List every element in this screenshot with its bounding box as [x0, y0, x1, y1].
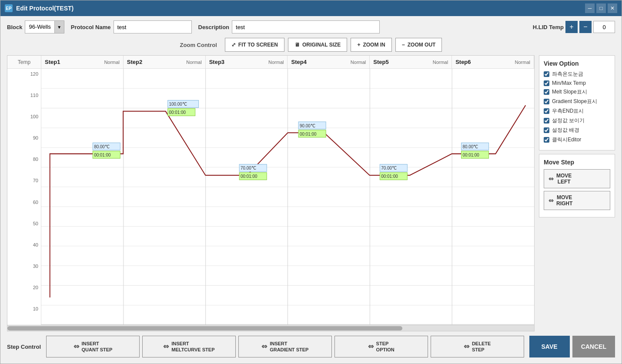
original-size-button[interactable]: 🖥 ORIGINAL SIZE: [288, 38, 347, 52]
hlid-plus-button[interactable]: +: [565, 21, 578, 33]
fit-to-screen-button[interactable]: ⤢ FIT TO SCREEN: [225, 38, 284, 52]
zoom-bar: Zoom Control ⤢ FIT TO SCREEN 🖥 ORIGINAL …: [7, 38, 615, 52]
protocol-name-input[interactable]: [114, 20, 192, 33]
chart-body: 0102030405060708090100110120: [7, 69, 534, 325]
move-step-panel: Move Step ⇔ MOVELEFT ⇔ MOVERIGHT: [539, 154, 615, 217]
view-opt-1: 좌측온도눈금: [544, 70, 610, 78]
step1-header[interactable]: Step1 Normal: [41, 56, 124, 68]
block-dropdown-arrow[interactable]: ▼: [54, 21, 64, 33]
view-opt-2: Min/Max Temp: [544, 80, 610, 86]
zoom-out-button[interactable]: − ZOOM OUT: [395, 38, 442, 52]
insert-quant-text: INSERTQUANT STEP: [82, 341, 113, 353]
view-opt-5-checkbox[interactable]: [544, 108, 549, 114]
minimize-button[interactable]: ─: [585, 3, 595, 13]
view-opt-3: Melt Slope표시: [544, 88, 610, 96]
svg-text:80.00℃: 80.00℃: [94, 144, 109, 149]
y-tick-120: 120: [30, 71, 38, 77]
insert-quant-icon: ⇔: [74, 342, 79, 351]
delete-step-text: DELETESTEP: [472, 341, 491, 353]
cancel-button[interactable]: CANCEL: [572, 336, 615, 357]
step6-name: Step6: [455, 59, 471, 65]
svg-text:00:01:00: 00:01:00: [94, 153, 111, 157]
svg-text:70.00℃: 70.00℃: [381, 166, 396, 170]
zoom-label: Zoom Control: [180, 42, 217, 48]
temp-col-header: Temp: [7, 56, 41, 68]
step-option-icon: ⇔: [368, 342, 374, 351]
protocol-name-label: Protocol Name: [71, 24, 111, 30]
delete-step-icon: ⇔: [464, 342, 469, 351]
step5-header[interactable]: Step5 Normal: [370, 56, 452, 68]
insert-meltcurve-step-button[interactable]: ⇔ INSERTMELTCURVE STEP: [142, 336, 236, 357]
svg-text:00:01:00: 00:01:00: [381, 174, 398, 179]
y-tick-80: 80: [33, 157, 38, 162]
step-headers: Temp Step1 Normal Step2 Normal Step3 Nor…: [7, 56, 534, 69]
right-panel: View Option 좌측온도눈금 Min/Max Temp Melt Slo…: [539, 55, 615, 331]
svg-text:70.00℃: 70.00℃: [241, 166, 256, 170]
y-tick-70: 70: [33, 178, 38, 183]
original-size-icon: 🖥: [294, 42, 300, 48]
zoom-in-icon: +: [357, 42, 360, 48]
view-opt-3-checkbox[interactable]: [544, 89, 549, 95]
step5-name: Step5: [373, 59, 388, 65]
insert-quant-step-button[interactable]: ⇔ INSERTQUANT STEP: [46, 336, 140, 357]
step2-header[interactable]: Step2 Normal: [124, 56, 206, 68]
move-left-button[interactable]: ⇔ MOVELEFT: [544, 169, 610, 188]
step4-name: Step4: [291, 59, 306, 65]
step2-type: Normal: [186, 60, 201, 65]
description-input[interactable]: [232, 20, 380, 33]
y-tick-110: 110: [30, 93, 38, 98]
view-opt-5: 우측END표시: [544, 107, 610, 115]
hlid-value: 0: [593, 21, 615, 33]
view-opt-8-label: 클릭시Editor: [552, 136, 581, 144]
zoom-in-button[interactable]: + ZOOM IN: [351, 38, 391, 52]
delete-step-button[interactable]: ⇔ DELETESTEP: [431, 336, 524, 357]
step5-type: Normal: [433, 60, 448, 65]
move-right-button[interactable]: ⇔ MOVERIGHT: [544, 191, 610, 210]
block-label: Block: [7, 24, 22, 30]
block-select[interactable]: 96-Wells ▼: [25, 20, 64, 33]
title-bar: EP Edit Protocol(TEST) ─ □ ✕: [0, 0, 622, 16]
close-button[interactable]: ✕: [608, 3, 617, 13]
view-opt-7-label: 설정값 배경: [552, 127, 579, 134]
block-value: 96-Wells: [25, 20, 54, 33]
step3-name: Step3: [209, 59, 224, 65]
view-opt-4-checkbox[interactable]: [544, 99, 549, 104]
y-tick-40: 40: [33, 242, 38, 247]
view-opt-6-label: 설정값 보이기: [552, 117, 585, 124]
app-icon: EP: [5, 4, 13, 12]
save-button[interactable]: SAVE: [529, 336, 570, 357]
zoom-out-label: ZOOM OUT: [408, 42, 436, 48]
insert-gradient-icon: ⇔: [261, 342, 267, 351]
view-option-title: View Option: [544, 60, 610, 67]
chart-plot[interactable]: 80.00℃ 00:01:00 100.00℃ 00:01:00 70.00℃: [41, 69, 534, 325]
step3-type: Normal: [268, 60, 284, 65]
svg-text:90.00℃: 90.00℃: [300, 123, 315, 128]
description-label: Description: [198, 24, 230, 30]
chart-scrollbar[interactable]: [7, 325, 534, 331]
step6-header[interactable]: Step6 Normal: [452, 56, 534, 68]
y-tick-30: 30: [33, 264, 38, 269]
svg-text:00:01:00: 00:01:00: [462, 153, 479, 157]
step-option-text: STEPOPTION: [376, 341, 395, 353]
step3-header[interactable]: Step3 Normal: [206, 56, 288, 68]
view-opt-2-checkbox[interactable]: [544, 80, 549, 86]
step-option-button[interactable]: ⇔ STEPOPTION: [334, 336, 428, 357]
hlid-minus-button[interactable]: −: [579, 21, 592, 33]
view-opt-6-checkbox[interactable]: [544, 118, 549, 124]
bottom-bar: Step Control ⇔ INSERTQUANT STEP ⇔ INSERT…: [7, 331, 615, 359]
scrollbar-thumb[interactable]: [7, 326, 402, 331]
y-tick-100: 100: [30, 114, 38, 119]
step4-header[interactable]: Step4 Normal: [288, 56, 370, 68]
view-opt-8-checkbox[interactable]: [544, 137, 549, 143]
svg-text:100.00℃: 100.00℃: [169, 102, 187, 107]
step2-name: Step2: [127, 59, 142, 65]
window-title: Edit Protocol(TEST): [16, 5, 74, 12]
chart-svg: 80.00℃ 00:01:00 100.00℃ 00:01:00 70.00℃: [41, 69, 534, 325]
svg-text:00:01:00: 00:01:00: [169, 110, 186, 115]
y-tick-60: 60: [33, 200, 38, 205]
view-opt-1-checkbox[interactable]: [544, 71, 549, 77]
insert-gradient-step-button[interactable]: ⇔ INSERTGRADIENT STEP: [238, 336, 332, 357]
view-opt-7-checkbox[interactable]: [544, 127, 549, 133]
maximize-button[interactable]: □: [596, 3, 606, 13]
y-tick-20: 20: [33, 285, 38, 290]
